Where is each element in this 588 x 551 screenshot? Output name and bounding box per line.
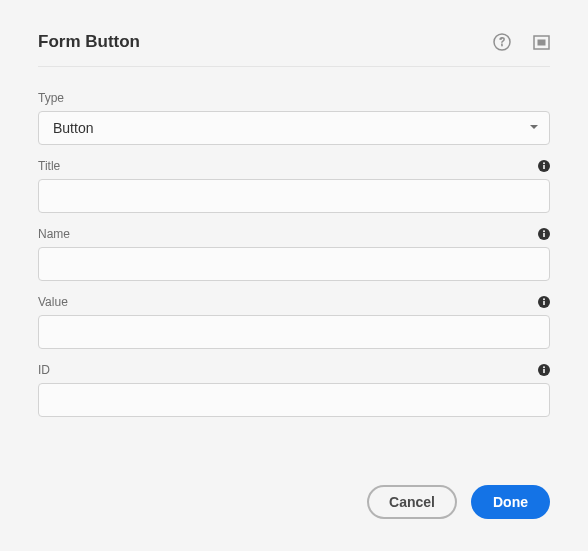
value-input[interactable] <box>38 315 550 349</box>
dialog-footer: Cancel Done <box>38 485 550 519</box>
field-value: Value <box>38 295 550 349</box>
info-icon[interactable] <box>538 160 550 172</box>
info-icon[interactable] <box>538 228 550 240</box>
cancel-button[interactable]: Cancel <box>367 485 457 519</box>
done-button[interactable]: Done <box>471 485 550 519</box>
info-icon[interactable] <box>538 296 550 308</box>
svg-rect-5 <box>543 165 545 169</box>
field-type: Type Button <box>38 91 550 145</box>
field-title: Title <box>38 159 550 213</box>
help-icon[interactable]: ? <box>493 33 511 51</box>
type-label: Type <box>38 91 64 105</box>
svg-rect-3 <box>538 39 546 45</box>
id-input[interactable] <box>38 383 550 417</box>
field-name: Name <box>38 227 550 281</box>
type-select-value: Button <box>53 120 93 136</box>
field-id: ID <box>38 363 550 417</box>
name-label: Name <box>38 227 70 241</box>
dialog-header: Form Button ? <box>38 32 550 67</box>
svg-rect-11 <box>543 301 545 305</box>
svg-text:?: ? <box>499 35 506 47</box>
value-label: Value <box>38 295 68 309</box>
fullscreen-icon[interactable] <box>533 34 550 51</box>
type-select[interactable]: Button <box>38 111 550 145</box>
svg-point-6 <box>543 162 545 164</box>
dialog-title: Form Button <box>38 32 140 52</box>
svg-rect-8 <box>543 233 545 237</box>
svg-point-9 <box>543 230 545 232</box>
svg-point-12 <box>543 298 545 300</box>
title-label: Title <box>38 159 60 173</box>
header-actions: ? <box>493 33 550 51</box>
form-button-dialog: Form Button ? Type Button <box>38 32 550 519</box>
svg-point-15 <box>543 366 545 368</box>
id-label: ID <box>38 363 50 377</box>
svg-rect-14 <box>543 369 545 373</box>
title-input[interactable] <box>38 179 550 213</box>
name-input[interactable] <box>38 247 550 281</box>
info-icon[interactable] <box>538 364 550 376</box>
